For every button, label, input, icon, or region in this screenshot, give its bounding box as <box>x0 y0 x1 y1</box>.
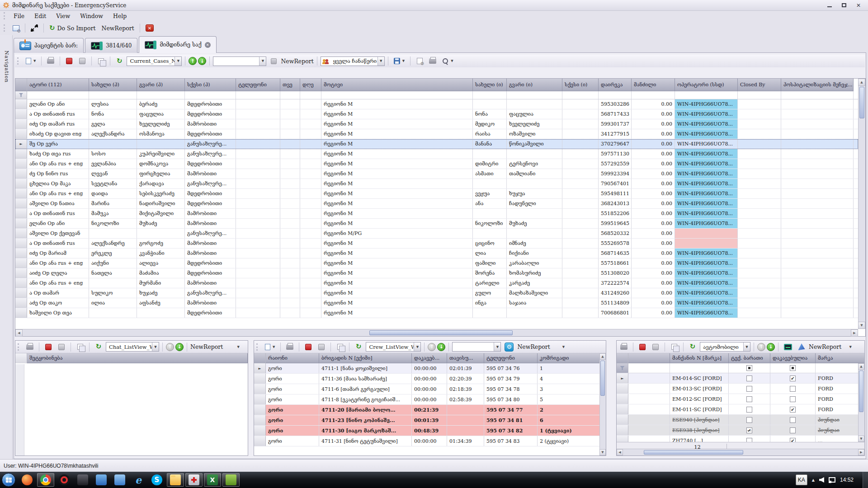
table-row[interactable]: აშვილი Op ქეთევანგანუსაზღვრე...რეგიონი M… <box>15 229 858 239</box>
filter-cell[interactable] <box>628 363 670 373</box>
scroll-left-icon[interactable]: ◀ <box>15 329 23 337</box>
column-header[interactable]: მოტივი <box>321 79 473 91</box>
table-row[interactable]: EM-011-SC [FORD]✔FORD <box>617 404 858 415</box>
column-header[interactable]: ტექ. ბარათი <box>729 353 770 363</box>
table-row[interactable]: ძე Op ნინო rusლევანფირცხელიამამრობითირეგ… <box>15 169 858 179</box>
vertical-scrollbar[interactable]: ▲ ▼ <box>599 353 606 455</box>
nav-down-button[interactable]: ↓ <box>198 57 206 65</box>
chevron-down-icon[interactable]: ▼ <box>175 57 181 66</box>
taskbar-icon-skype[interactable] <box>148 473 165 487</box>
filter-cell[interactable] <box>675 91 738 99</box>
nav-up-button[interactable]: ↑ <box>189 57 197 65</box>
filter-cell[interactable] <box>185 91 236 99</box>
table-row[interactable]: ა Op თინათინ rusალექსანდრეგორგოძემამრობი… <box>15 239 858 249</box>
filter-radio-icon[interactable] <box>790 365 796 371</box>
table-row[interactable]: იძე Op მარიამერეკლეკვანჭიანიმამრობითირეგ… <box>15 249 858 258</box>
checkbox[interactable] <box>746 386 752 392</box>
column-header[interactable]: გვარი (პ) <box>137 79 185 91</box>
filter-cell[interactable] <box>738 91 781 99</box>
column-header[interactable]: შეტყობინება <box>27 353 248 363</box>
print-grid-button[interactable] <box>427 56 439 66</box>
menu-window[interactable]: Window <box>75 12 108 20</box>
print-button[interactable] <box>24 342 36 352</box>
taskbar-icon-explorer[interactable] <box>167 473 184 487</box>
copy-button[interactable] <box>95 56 107 66</box>
scroll-thumb[interactable] <box>859 371 863 412</box>
menu-file[interactable]: File <box>9 12 29 20</box>
stop-button[interactable] <box>76 56 88 66</box>
dataset-combo[interactable]: Chat_ListView_With... ▼ <box>106 342 159 352</box>
minimize-button[interactable] <box>825 2 835 9</box>
horizontal-scrollbar[interactable]: ◀ ▶ <box>617 449 864 455</box>
horizontal-scrollbar[interactable]: ◀ ▶ <box>15 329 858 336</box>
column-header[interactable]: რაიონი <box>266 353 319 363</box>
table-row[interactable]: გორი4711-23 [ნინო კოპინაშვ...00:01:39595… <box>254 415 599 426</box>
menu-view[interactable]: View <box>51 12 75 20</box>
start-button[interactable] <box>2 473 15 487</box>
table-row[interactable]: ანი Op ანა rus + engაიქუნიალიევამდედრობი… <box>15 258 858 268</box>
table-row[interactable]: ელანი Op ანილუსიაბერაძემდედრობითირეგიონი… <box>15 99 858 109</box>
filter-cell[interactable] <box>781 91 854 99</box>
taskbar-icon-chrome[interactable] <box>37 473 54 487</box>
table-row[interactable]: აიძე Op ლელანათელამაძამიამდედრობითირეგიო… <box>15 268 858 278</box>
settings-button[interactable]: ⚙ <box>502 342 516 352</box>
filter-cell[interactable] <box>632 91 675 99</box>
bookmark-button[interactable] <box>268 56 279 66</box>
fullscreen-button[interactable] <box>28 23 40 33</box>
column-header[interactable]: დღე <box>300 79 321 91</box>
table-row[interactable]: ელანი Op ანინიკოლოზიმუხაძემამრობითირეგიო… <box>15 219 858 229</box>
import-button[interactable]: ↻ Do So Import <box>47 23 98 33</box>
nav-up-button[interactable]: ↑ <box>757 343 765 351</box>
table-row[interactable]: ხაშვილი Op თეამდედრობითირეგიონი M7006868… <box>15 308 858 318</box>
table-row[interactable]: გორი4711-36 [მაია სამხარაძე]00:00:0002:2… <box>254 374 599 384</box>
chevron-down-icon[interactable]: ▼ <box>414 343 420 351</box>
filter-cell[interactable] <box>89 91 137 99</box>
stop-button[interactable] <box>56 342 67 352</box>
checkbox[interactable]: ✔ <box>790 375 796 381</box>
chevron-down-icon[interactable]: ▼ <box>743 343 750 351</box>
clock[interactable]: 14:52 <box>840 477 858 483</box>
monitor-button[interactable] <box>782 342 794 352</box>
column-header[interactable]: მარკა <box>816 353 864 363</box>
refresh-button[interactable]: ↻ <box>687 342 698 352</box>
scroll-up-icon[interactable]: ▲ <box>858 79 865 86</box>
table-row[interactable]: იძე Op თამარ rusგელახველელიძემამრობითირე… <box>15 119 858 129</box>
copy-button[interactable] <box>334 342 346 352</box>
newreport-label[interactable]: NewReport <box>281 58 313 65</box>
copy-button[interactable] <box>74 342 86 352</box>
dataset-combo[interactable]: ავტომობილი ▼ <box>700 342 750 352</box>
delete-button[interactable] <box>42 342 54 352</box>
column-header[interactable]: Closed By <box>738 79 781 91</box>
table-row[interactable]: ანი Op ანა rus + engევლანპიადომნაკოვამდე… <box>15 159 858 169</box>
scroll-thumb[interactable] <box>369 330 513 335</box>
table-row[interactable]: გორი4711-8 [ეკატერინე გოგიჩაიშ...00:00:0… <box>254 394 599 405</box>
records-filter-combo[interactable]: ყველა ჩანაწერი ▼ <box>321 56 385 66</box>
filter-cell[interactable] <box>27 91 89 99</box>
search-combo[interactable]: ▼ <box>452 342 501 352</box>
filter-cell[interactable] <box>321 91 473 99</box>
scroll-thumb[interactable] <box>859 87 864 118</box>
filter-cell[interactable] <box>562 91 599 99</box>
column-header[interactable]: დაკავებ... <box>412 353 447 363</box>
chevron-down-icon[interactable]: ▼ <box>377 57 384 66</box>
column-header[interactable]: მანქანის N [მარკა] <box>670 353 729 363</box>
filter-radio-icon[interactable] <box>746 365 752 371</box>
stop-button[interactable] <box>650 342 661 352</box>
volume-icon[interactable] <box>819 477 824 483</box>
taskbar-icon-media-dark[interactable] <box>74 473 91 487</box>
column-header[interactable]: მანძილი <box>632 79 675 91</box>
column-header[interactable]: ოპერატორი (სსდ) <box>675 79 738 91</box>
scroll-down-icon[interactable]: ▼ <box>599 449 606 455</box>
nav-down-button[interactable]: ↓ <box>767 343 775 351</box>
checkbox[interactable]: ✔ <box>790 407 796 413</box>
table-row[interactable]: ESE940 [ჰიუნდაი]ჰიუნდაი <box>617 415 858 425</box>
language-indicator[interactable]: KA <box>796 474 807 485</box>
taskbar-icon-mail-blue[interactable] <box>93 473 110 487</box>
refresh-button[interactable]: ↻ <box>93 342 104 352</box>
chevron-down-icon[interactable]: ▼ <box>259 57 266 66</box>
scroll-down-icon[interactable]: ▼ <box>858 322 865 329</box>
search-tool-button[interactable]: ▼ <box>440 56 455 66</box>
hidden-icons-button[interactable]: ▲ <box>812 478 815 482</box>
column-header[interactable]: ატორი (112) <box>27 79 89 91</box>
table-row[interactable]: ხაძე Op თეა rusსოსოკუპრეიშვილიგანუსაზღვრ… <box>15 149 858 159</box>
